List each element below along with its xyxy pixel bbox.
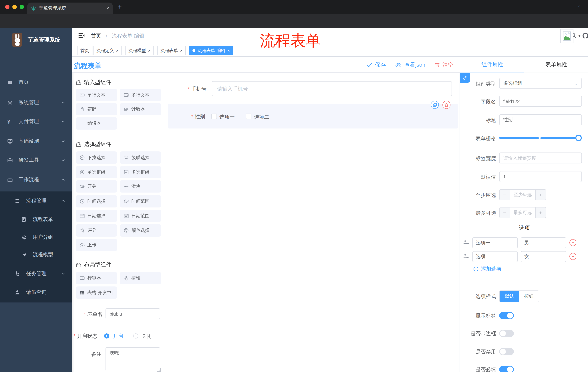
status-on-radio[interactable] bbox=[104, 333, 109, 340]
tag-home[interactable]: 首页 bbox=[77, 46, 92, 55]
tab-form-props[interactable]: 表单属性 bbox=[524, 61, 588, 68]
style-button-button[interactable]: 按钮 bbox=[519, 291, 539, 302]
github-icon[interactable] bbox=[582, 32, 588, 39]
copy-component-button[interactable] bbox=[431, 101, 439, 109]
form-canvas[interactable]: 手机号 性别 选项一 选项二 bbox=[162, 73, 460, 372]
option-drag-handle-icon[interactable] bbox=[463, 253, 469, 259]
tag-close-icon[interactable]: × bbox=[116, 48, 118, 53]
tag-close-icon[interactable]: × bbox=[180, 48, 182, 53]
remove-option-button[interactable]: − bbox=[569, 239, 576, 246]
stepper-plus-button[interactable]: + bbox=[535, 190, 546, 200]
disabled-toggle[interactable] bbox=[499, 348, 514, 355]
palette-item-date-picker[interactable]: 日期选择 bbox=[76, 210, 117, 222]
status-off-radio[interactable] bbox=[133, 333, 138, 340]
new-tab-button[interactable]: + bbox=[118, 3, 122, 11]
avatar-caret-icon[interactable]: ▼ bbox=[578, 34, 581, 38]
palette-scrollbar[interactable] bbox=[72, 73, 74, 372]
remove-option-button[interactable]: − bbox=[569, 253, 576, 260]
sidebar-item-leave-query[interactable]: 请假查询 bbox=[0, 283, 72, 301]
palette-item-time-picker[interactable]: 时间选择 bbox=[76, 195, 117, 207]
title-input[interactable] bbox=[499, 114, 582, 125]
palette-item-slider[interactable]: 滑块 bbox=[120, 180, 161, 192]
palette-item-date-range[interactable]: 日期范围 bbox=[120, 210, 161, 222]
status-off-label[interactable]: 关闭 bbox=[142, 333, 152, 340]
border-toggle[interactable] bbox=[499, 330, 514, 337]
remark-textarea[interactable]: 嘿嘿 bbox=[105, 347, 160, 371]
slider-handle[interactable] bbox=[575, 135, 582, 141]
palette-item-multi-text[interactable]: 多行文本 bbox=[120, 89, 161, 101]
sidebar-item-payment[interactable]: ¥ 支付管理 bbox=[0, 112, 72, 131]
palette-item-password[interactable]: 密码 bbox=[76, 103, 117, 115]
palette-item-cascader[interactable]: 级联选择 bbox=[120, 151, 161, 164]
sidebar-item-task-mgmt[interactable]: 任务管理 bbox=[0, 265, 72, 283]
tab-component-props[interactable]: 组件属性 bbox=[460, 61, 524, 68]
clear-button[interactable]: 清空 bbox=[435, 62, 453, 68]
tag-process-form[interactable]: 流程表单 × bbox=[157, 46, 186, 55]
min-select-stepper[interactable]: − 至少应选 + bbox=[499, 189, 546, 200]
browser-tab[interactable]: 芋道管理系统 × bbox=[27, 2, 113, 14]
palette-item-row-container[interactable]: 行容器 bbox=[76, 272, 117, 284]
sidebar-item-system[interactable]: 系统管理 bbox=[0, 93, 72, 112]
gender-option1-label[interactable]: 选项一 bbox=[220, 114, 235, 120]
breadcrumb-home[interactable]: 首页 bbox=[91, 33, 101, 39]
sidebar-item-devtools[interactable]: 研发工具 bbox=[0, 151, 72, 170]
delete-component-button[interactable] bbox=[442, 101, 451, 109]
component-type-select[interactable]: 多选框组 ⌄ bbox=[499, 78, 582, 89]
tab-close-icon[interactable]: × bbox=[106, 5, 109, 11]
traffic-close-button[interactable] bbox=[5, 5, 10, 9]
stepper-plus-button[interactable]: + bbox=[535, 207, 546, 218]
stepper-minus-button[interactable]: − bbox=[500, 207, 510, 218]
gender-option2-checkbox[interactable] bbox=[246, 114, 252, 120]
tag-close-icon[interactable]: × bbox=[227, 48, 230, 53]
collapse-sidebar-icon[interactable] bbox=[78, 32, 85, 39]
label-width-input[interactable] bbox=[499, 152, 582, 163]
max-select-stepper[interactable]: − 最多可选 + bbox=[499, 207, 546, 218]
show-label-toggle[interactable] bbox=[499, 312, 514, 319]
traffic-minimize-button[interactable] bbox=[12, 5, 17, 9]
palette-item-radio-group[interactable]: 单选框组 bbox=[76, 166, 117, 178]
palette-item-checkbox-group[interactable]: 多选框组 bbox=[120, 166, 161, 178]
stepper-minus-button[interactable]: − bbox=[500, 190, 510, 200]
field-name-input[interactable] bbox=[499, 96, 582, 107]
palette-item-upload[interactable]: 上传 bbox=[76, 239, 117, 251]
default-value-input[interactable] bbox=[499, 171, 582, 182]
palette-item-button[interactable]: 按钮 bbox=[120, 272, 161, 284]
palette-item-time-range[interactable]: 时间范围 bbox=[120, 195, 161, 207]
palette-item-table[interactable]: 表格[开发中] bbox=[76, 287, 117, 299]
option-drag-handle-icon[interactable] bbox=[463, 240, 469, 245]
tag-close-icon[interactable]: × bbox=[148, 48, 150, 53]
required-toggle[interactable] bbox=[499, 366, 514, 372]
traffic-zoom-button[interactable] bbox=[20, 5, 24, 9]
form-name-input[interactable] bbox=[105, 308, 160, 319]
sidebar-item-workflow[interactable]: 工作流程 bbox=[0, 170, 72, 189]
style-default-button[interactable]: 默认 bbox=[500, 291, 519, 302]
option2-value-input[interactable] bbox=[521, 251, 566, 262]
palette-item-select[interactable]: 下拉选择 bbox=[76, 151, 117, 164]
sidebar-item-home[interactable]: 首页 bbox=[0, 73, 72, 92]
option1-label-input[interactable] bbox=[472, 237, 518, 248]
add-option-button[interactable]: 添加选项 bbox=[473, 266, 501, 272]
save-button[interactable]: 保存 bbox=[367, 62, 386, 68]
avatar[interactable] bbox=[560, 29, 573, 43]
palette-item-counter[interactable]: 123 计数器 bbox=[120, 103, 161, 115]
gender-option1-checkbox[interactable] bbox=[211, 114, 217, 120]
tag-process-form-edit[interactable]: 流程表单-编辑 × bbox=[189, 46, 233, 55]
sidebar-item-process-model[interactable]: 流程模型 bbox=[0, 246, 72, 264]
palette-item-color-picker[interactable]: 颜色选择 bbox=[120, 224, 161, 237]
sidebar-item-user-group[interactable]: 用户分组 bbox=[0, 228, 72, 246]
sidebar-item-process-form[interactable]: 流程表单 bbox=[0, 210, 72, 229]
view-json-button[interactable]: 查看json bbox=[395, 62, 425, 68]
selected-component-block[interactable]: 性别 选项一 选项二 bbox=[168, 104, 458, 128]
option2-label-input[interactable] bbox=[472, 251, 518, 262]
tag-process-model[interactable]: 流程模型 × bbox=[125, 46, 154, 55]
palette-item-single-text[interactable]: 单行文本 bbox=[76, 89, 117, 101]
palette-item-editor[interactable]: 编辑器 bbox=[76, 117, 117, 130]
palette-item-rate[interactable]: 评分 bbox=[76, 224, 117, 237]
window-chevron-icon[interactable]: ⌄ bbox=[577, 3, 580, 8]
option1-value-input[interactable] bbox=[521, 237, 566, 248]
status-on-label[interactable]: 开启 bbox=[113, 333, 123, 340]
tag-process-definition[interactable]: 流程定义 × bbox=[93, 46, 122, 55]
gender-option2-label[interactable]: 选项二 bbox=[254, 114, 269, 120]
sidebar-item-process-mgmt[interactable]: 流程管理 bbox=[0, 192, 72, 210]
sidebar-item-infra[interactable]: 基础设施 bbox=[0, 132, 72, 151]
